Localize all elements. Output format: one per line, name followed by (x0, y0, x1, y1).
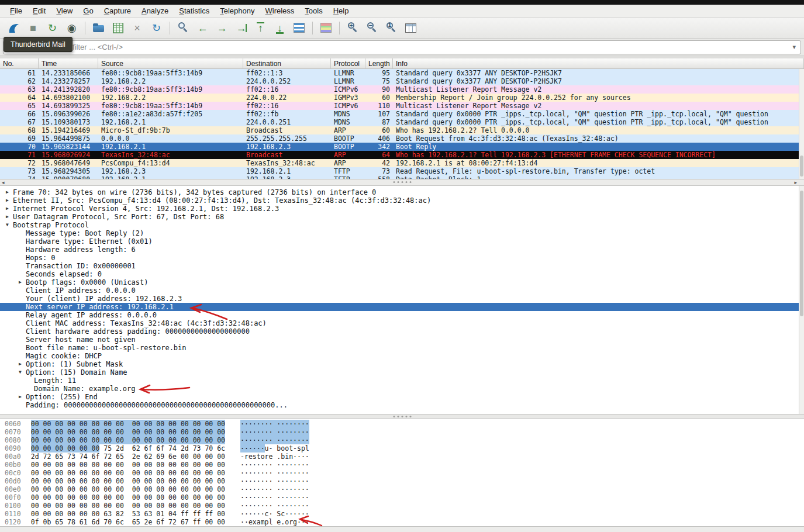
save-capture-icon[interactable] (110, 20, 126, 36)
detail-row[interactable]: Hops: 0 (0, 254, 804, 262)
menu-item-file[interactable]: File (5, 5, 27, 16)
expander-right-icon[interactable]: ▶ (18, 393, 26, 401)
detail-row[interactable]: Padding: 0000000000000000000000000000000… (0, 401, 804, 409)
detail-row[interactable]: ▶Bootp flags: 0x0000 (Unicast) (0, 278, 804, 286)
column-header-source[interactable]: Source (98, 58, 243, 68)
column-header-protocol[interactable]: Protocol (331, 58, 365, 68)
find-packet-icon[interactable] (175, 20, 191, 36)
menu-item-edit[interactable]: Edit (27, 5, 51, 16)
detail-row[interactable]: Domain Name: example.org (0, 385, 804, 393)
column-header-info[interactable]: Info (393, 58, 804, 68)
expander-right-icon[interactable]: ▶ (5, 205, 13, 213)
start-capture-icon[interactable] (6, 20, 22, 36)
open-capture-icon[interactable] (91, 20, 106, 36)
detail-row[interactable]: ▼Bootstrap Protocol (0, 221, 804, 229)
packet-row[interactable]: 6214.233278257192.168.2.2224.0.0.252LLMN… (0, 77, 804, 85)
resize-columns-icon[interactable] (403, 20, 419, 36)
detail-row[interactable]: ▼Option: (15) Domain Name (0, 368, 804, 376)
menu-item-capture[interactable]: Capture (99, 5, 136, 16)
splitter-grip[interactable] (393, 181, 411, 183)
window-title-bar[interactable] (0, 0, 804, 5)
display-filter-input[interactable]: Apply a display filter ... <Ctrl-/> ▾ (3, 40, 801, 54)
hex-row[interactable]: 008000 00 00 00 00 00 00 00 00 00 00 00 … (5, 436, 804, 444)
scrollbar-thumb[interactable] (800, 156, 803, 177)
scroll-right-icon[interactable]: ▸ (794, 179, 797, 185)
menu-item-wireless[interactable]: Wireless (260, 5, 300, 16)
packet-row[interactable]: 6114.233185066fe80::9cb8:19aa:5ff3:14b9f… (0, 69, 804, 77)
packet-row[interactable]: 6915.9644998750.0.0.0255.255.255.255BOOT… (0, 134, 804, 143)
hex-row[interactable]: 006000 00 00 00 00 00 00 00 00 00 00 00 … (5, 420, 804, 428)
column-header-destination[interactable]: Destination (243, 58, 331, 68)
details-vscrollbar[interactable] (799, 186, 804, 414)
expander-right-icon[interactable]: ▶ (18, 360, 26, 368)
reload-capture-icon[interactable]: ↻ (149, 20, 164, 36)
go-forward-icon[interactable]: → (214, 20, 230, 36)
expander-right-icon[interactable]: ▶ (5, 213, 13, 221)
hex-row[interactable]: 010000 00 00 00 00 00 00 00 00 00 00 00 … (5, 502, 804, 510)
detail-row[interactable]: Client IP address: 0.0.0.0 (0, 286, 804, 295)
pane-splitter[interactable] (0, 414, 804, 419)
hex-row[interactable]: 007000 00 00 00 00 00 00 00 00 00 00 00 … (5, 428, 804, 436)
detail-row[interactable]: Magic cookie: DHCP (0, 352, 804, 360)
detail-row[interactable]: Server host name not given (0, 336, 804, 344)
menu-item-go[interactable]: Go (78, 5, 98, 16)
packet-row[interactable]: 6414.693802100192.168.2.2224.0.0.22IGMPv… (0, 94, 804, 102)
detail-row[interactable]: Your (client) IP address: 192.168.2.3 (0, 295, 804, 303)
stop-capture-icon[interactable]: ■ (25, 20, 41, 36)
packet-row[interactable]: 7315.968294305192.168.2.3192.168.2.1TFTP… (0, 167, 804, 175)
column-header-no[interactable]: No. (0, 58, 39, 68)
menu-item-tools[interactable]: Tools (299, 5, 327, 16)
detail-row[interactable]: Transaction ID: 0x00000001 (0, 262, 804, 270)
expander-right-icon[interactable]: ▶ (5, 188, 13, 196)
scrollbar-thumb[interactable] (800, 191, 803, 316)
column-header-time[interactable]: Time (39, 58, 98, 68)
detail-row[interactable]: Client MAC address: TexasIns_32:48:ac (4… (0, 319, 804, 327)
packet-row[interactable]: 6615.096399026fe80::a1e2:a83d:a57f:f205f… (0, 110, 804, 118)
detail-row[interactable]: Seconds elapsed: 0 (0, 270, 804, 278)
zoom-in-icon[interactable]: + (345, 20, 361, 36)
detail-row[interactable]: Length: 11 (0, 376, 804, 385)
filter-dropdown-icon[interactable]: ▾ (788, 43, 796, 51)
detail-row[interactable]: ▶Internet Protocol Version 4, Src: 192.1… (0, 205, 804, 213)
close-capture-icon[interactable]: × (129, 20, 145, 36)
packet-row[interactable]: 6314.241392820fe80::9cb8:19aa:5ff3:14b9f… (0, 85, 804, 94)
detail-row[interactable]: ▶Frame 70: 342 bytes on wire (2736 bits)… (0, 188, 804, 196)
hex-row[interactable]: 00b000 00 00 00 00 00 00 00 00 00 00 00 … (5, 461, 804, 469)
expander-down-icon[interactable]: ▼ (5, 221, 13, 229)
menu-item-telephony[interactable]: Telephony (215, 5, 260, 16)
hex-row[interactable]: 00a02d 72 65 73 74 6f 72 65 2e 62 69 6e … (5, 452, 804, 461)
expander-right-icon[interactable]: ▶ (5, 196, 13, 205)
packet-row[interactable]: 6514.693899325fe80::9cb8:19aa:5ff3:14b9f… (0, 102, 804, 110)
detail-row[interactable]: Boot file name: u-boot-spl-restore.bin (0, 344, 804, 352)
detail-row[interactable]: Relay agent IP address: 0.0.0.0 (0, 311, 804, 319)
packet-row[interactable]: 6715.109380173192.168.2.1224.0.0.251MDNS… (0, 118, 804, 126)
detail-row[interactable]: ▶Ethernet II, Src: PcsCompu_f4:13:d4 (08… (0, 196, 804, 205)
menu-item-view[interactable]: View (51, 5, 78, 16)
detail-row[interactable]: Client hardware address padding: 0000000… (0, 327, 804, 336)
packet-row[interactable]: 6815.194216469Micro-St_df:9b:7bBroadcast… (0, 126, 804, 134)
menu-item-statistics[interactable]: Statistics (174, 5, 215, 16)
packet-row[interactable]: 7115.968026924TexasIns_32:48:acBroadcast… (0, 151, 804, 159)
detail-row[interactable]: Next server IP address: 192.168.2.1 (0, 303, 804, 311)
detail-row[interactable]: Message type: Boot Reply (2) (0, 229, 804, 237)
detail-row[interactable]: ▶User Datagram Protocol, Src Port: 67, D… (0, 213, 804, 221)
zoom-reset-icon[interactable]: 1 (384, 20, 399, 36)
hex-row[interactable]: 00f000 00 00 00 00 00 00 00 00 00 00 00 … (5, 493, 804, 502)
detail-row[interactable]: Hardware address length: 6 (0, 246, 804, 254)
packet-row[interactable]: 7215.968047649PcsCompu_f4:13:d4TexasIns_… (0, 159, 804, 167)
hex-row[interactable]: 00e000 00 00 00 00 00 00 00 00 00 00 00 … (5, 485, 804, 493)
restart-capture-icon[interactable]: ↻ (44, 20, 60, 36)
detail-row[interactable]: ▶Option: (1) Subnet Mask (0, 360, 804, 368)
hex-row[interactable]: 00d000 00 00 00 00 00 00 00 00 00 00 00 … (5, 477, 804, 485)
hex-row[interactable]: 011000 00 00 00 00 00 63 82 53 63 01 04 … (5, 510, 804, 518)
detail-row[interactable]: Hardware type: Ethernet (0x01) (0, 237, 804, 246)
auto-scroll-icon[interactable] (291, 20, 307, 36)
zoom-out-icon[interactable]: − (364, 20, 380, 36)
menu-item-help[interactable]: Help (328, 5, 354, 16)
packet-row[interactable]: 7015.965823144192.168.2.1192.168.2.3BOOT… (0, 143, 804, 151)
go-to-packet-icon[interactable]: → (233, 20, 249, 36)
hex-row[interactable]: 009000 00 00 00 00 00 75 2d 62 6f 6f 74 … (5, 444, 804, 452)
colorize-icon[interactable] (318, 20, 334, 36)
hex-row[interactable]: 00c000 00 00 00 00 00 00 00 00 00 00 00 … (5, 469, 804, 477)
go-back-icon[interactable]: ← (195, 20, 211, 36)
